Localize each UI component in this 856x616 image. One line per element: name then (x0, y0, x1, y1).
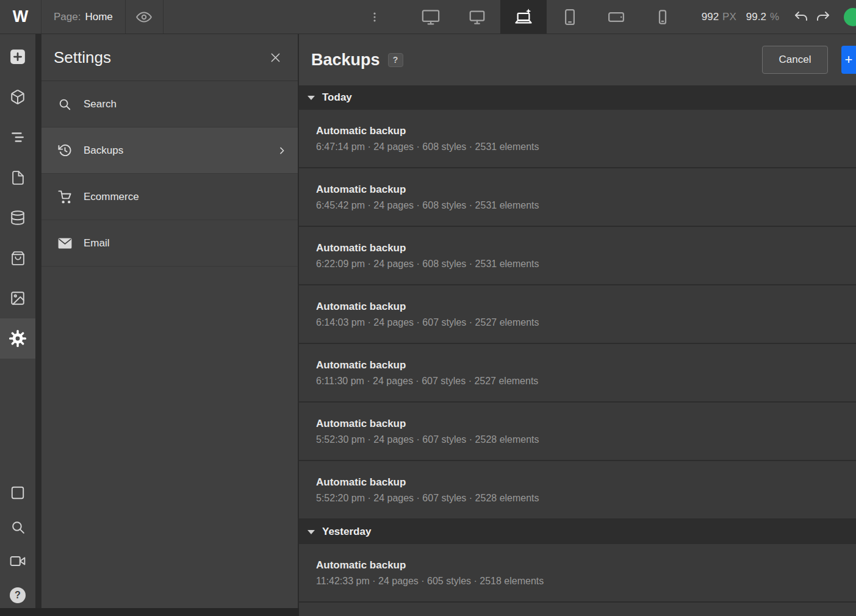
backup-row[interactable]: Automatic backup6:11:30 pm · 24 pages · … (299, 344, 856, 403)
backup-meta: 6:47:14 pm · 24 pages · 608 styles · 253… (316, 141, 856, 152)
settings-item-label: Email (84, 237, 287, 249)
close-icon (269, 51, 282, 64)
cms-button[interactable] (0, 198, 35, 238)
breakpoint-tablet[interactable] (547, 0, 593, 34)
settings-item-backups[interactable]: Backups (41, 127, 298, 174)
panel-title: Settings (54, 48, 269, 67)
search-icon (57, 98, 72, 111)
breakpoint-laptop-starred-icon (514, 8, 533, 26)
webflow-designer: W Page: Home (0, 0, 856, 616)
backup-meta: 5:52:30 pm · 24 pages · 607 styles · 252… (316, 434, 856, 445)
settings-panel-header: Settings (41, 34, 298, 81)
undo-icon (794, 10, 808, 24)
new-backup-button[interactable]: + (841, 46, 856, 74)
help-icon: ? (10, 587, 26, 603)
settings-item-ecommerce[interactable]: Ecommerce (41, 174, 298, 220)
help-button[interactable]: ? (0, 578, 35, 612)
canvas-width-unit: PX (722, 11, 736, 23)
backup-title: Automatic backup (316, 301, 856, 313)
settings-item-search[interactable]: Search (41, 81, 298, 127)
backup-title: Automatic backup (316, 242, 856, 254)
topbar: W Page: Home (0, 0, 856, 34)
image-icon (10, 290, 26, 306)
left-toolbar: ? (0, 34, 35, 616)
section-header-yesterday[interactable]: Yesterday (299, 520, 856, 544)
backup-row[interactable]: Automatic backup6:22:09 pm · 24 pages · … (299, 227, 856, 285)
add-elements-button[interactable] (0, 37, 35, 77)
settings-item-label: Search (84, 98, 287, 110)
eye-icon (136, 9, 152, 25)
backup-row[interactable]: Automatic backup11:42:33 pm · 24 pages ·… (299, 544, 856, 603)
breakpoint-desktop-icon (468, 8, 486, 26)
section-header-today[interactable]: Today (299, 85, 856, 110)
backup-meta: 11:42:33 pm · 24 pages · 605 styles · 25… (316, 576, 856, 587)
page-title: Backups (311, 51, 380, 70)
preview-toggle[interactable] (126, 0, 164, 34)
backup-row[interactable]: Automatic backup6:47:14 pm · 24 pages · … (299, 110, 856, 168)
canvas-dimensions: 992 PX 99.2 % (691, 0, 790, 34)
workspace: ? Settings Search (0, 34, 856, 616)
backup-row[interactable]: Automatic backup6:14:03 pm · 24 pages · … (299, 285, 856, 344)
logo-glyph: W (13, 7, 28, 26)
chevron-right-icon (277, 146, 287, 156)
canvas-edge (35, 34, 41, 616)
backup-title: Automatic backup (316, 418, 856, 430)
backup-title: Automatic backup (316, 559, 856, 571)
pages-button[interactable] (0, 157, 35, 198)
style-panel-button[interactable] (0, 476, 35, 510)
help-badge[interactable]: ? (388, 53, 403, 67)
gear-icon (8, 329, 27, 348)
redo-icon (816, 10, 830, 24)
more-menu-button[interactable] (358, 0, 392, 34)
breakpoint-tablet-landscape[interactable] (593, 0, 639, 34)
settings-button[interactable] (0, 318, 35, 359)
navigator-button[interactable] (0, 117, 35, 157)
backup-row[interactable]: Automatic backup5:52:30 pm · 24 pages · … (299, 403, 856, 461)
settings-item-label: Backups (84, 145, 265, 157)
video-tutorials-button[interactable] (0, 544, 35, 578)
settings-item-email[interactable]: Email (41, 220, 298, 267)
breakpoint-desktop-large-icon (422, 8, 440, 26)
breakpoint-desktop-large[interactable] (408, 0, 454, 34)
backup-meta: 6:22:09 pm · 24 pages · 608 styles · 253… (316, 259, 856, 270)
shopping-bag-icon (10, 251, 26, 266)
cancel-button[interactable]: Cancel (762, 46, 828, 74)
square-icon (10, 485, 26, 501)
cube-icon (10, 89, 26, 105)
breakpoint-laptop-selected[interactable] (500, 0, 547, 34)
page-icon (10, 170, 26, 185)
backups-panel: Backups ? Cancel + TodayAutomatic backup… (299, 34, 856, 616)
magnifier-icon (10, 520, 26, 535)
database-icon (10, 210, 26, 226)
undo-button[interactable] (790, 0, 812, 34)
breakpoint-tablet-landscape-icon (607, 8, 625, 26)
backup-meta: 6:11:30 pm · 24 pages · 607 styles · 252… (316, 376, 856, 387)
kebab-icon (369, 11, 381, 23)
assets-button[interactable] (0, 278, 35, 318)
settings-item-label: Ecommerce (84, 191, 287, 203)
canvas-width-value[interactable]: 992 (702, 11, 719, 23)
breakpoint-mobile[interactable] (639, 0, 686, 34)
settings-panel: Settings Search Backups (41, 34, 299, 616)
backup-row[interactable]: Automatic backup6:45:42 pm · 24 pages · … (299, 168, 856, 227)
breakpoint-desktop[interactable] (454, 0, 500, 34)
components-button[interactable] (0, 77, 35, 117)
zoom-value[interactable]: 99.2 (746, 11, 766, 23)
backups-header: Backups ? Cancel + (299, 34, 856, 85)
backup-row[interactable]: Automatic backup5:52:20 pm · 24 pages · … (299, 461, 856, 520)
backup-list: TodayAutomatic backup6:47:14 pm · 24 pag… (299, 85, 856, 603)
redo-button[interactable] (812, 0, 834, 34)
page-selector[interactable]: Page: Home (41, 0, 126, 34)
page-name: Home (85, 11, 112, 23)
section-label: Yesterday (322, 526, 371, 538)
account-avatar[interactable] (844, 8, 856, 26)
find-button[interactable] (0, 510, 35, 544)
close-button[interactable] (269, 51, 282, 64)
backup-meta: 6:45:42 pm · 24 pages · 608 styles · 253… (316, 200, 856, 211)
collapse-triangle-icon (308, 96, 315, 100)
ecommerce-button[interactable] (0, 238, 35, 278)
webflow-logo-icon[interactable]: W (0, 0, 41, 34)
breakpoint-mobile-icon (653, 8, 672, 26)
video-icon (10, 553, 26, 569)
plus-icon (9, 48, 27, 66)
